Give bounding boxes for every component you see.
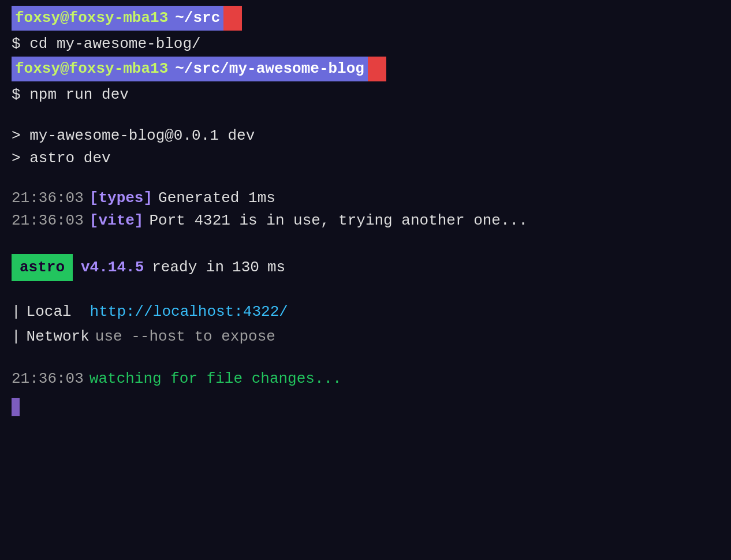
local-server-line: | Local http://localhost:4322/ xyxy=(12,301,719,323)
prompt-line-1: foxsy@foxsy-mba13 ~/src xyxy=(12,6,719,31)
watching-msg: watching for file changes... xyxy=(89,368,342,390)
log-msg-2: Port 4321 is in use, trying another one.… xyxy=(149,210,527,232)
cmd-line-1: $ cd my-awesome-blog/ xyxy=(12,33,719,55)
astro-unit: ms xyxy=(267,256,285,279)
astro-time: 130 xyxy=(232,256,259,279)
network-note: use --host to expose xyxy=(95,326,275,348)
local-url: http://localhost:4322/ xyxy=(90,301,288,323)
log-timestamp-2: 21:36:03 xyxy=(12,210,84,232)
prompt-path-1: ~/src xyxy=(171,6,223,31)
npm-output-2: > astro dev xyxy=(12,147,719,170)
log-msg-1: Generated 1ms xyxy=(158,187,275,210)
cursor-line xyxy=(12,395,719,417)
network-server-line: | Network use --host to expose xyxy=(12,326,719,348)
log-line-types: 21:36:03 [types] Generated 1ms xyxy=(12,187,719,210)
network-label: Network xyxy=(27,326,89,348)
prompt-line-2: foxsy@foxsy-mba13 ~/src/my-awesome-blog xyxy=(12,57,719,81)
cursor-block xyxy=(12,398,20,416)
watching-line: 21:36:03 watching for file changes... xyxy=(12,368,719,390)
log-tag-vite: [vite] xyxy=(89,210,144,232)
log-line-vite: 21:36:03 [vite] Port 4321 is in use, try… xyxy=(12,210,719,232)
astro-ready-text: ready in xyxy=(152,256,224,279)
prompt-user-2: foxsy@foxsy-mba13 xyxy=(12,57,171,81)
pipe-local: | xyxy=(12,301,21,323)
log-tag-types: [types] xyxy=(89,187,152,210)
prompt-user-1: foxsy@foxsy-mba13 xyxy=(12,6,171,31)
prompt-path-2: ~/src/my-awesome-blog xyxy=(171,57,368,81)
npm-output-1: > my-awesome-blog@0.0.1 dev xyxy=(12,125,719,147)
astro-badge: astro xyxy=(12,254,73,281)
prompt-caret-1 xyxy=(223,6,242,31)
server-info: | Local http://localhost:4322/ | Network… xyxy=(12,301,719,348)
local-label: Local xyxy=(27,301,84,323)
log-timestamp-1: 21:36:03 xyxy=(12,187,84,210)
astro-badge-line: astro v4.14.5 ready in 130 ms xyxy=(12,254,719,281)
watching-timestamp: 21:36:03 xyxy=(12,368,84,390)
astro-version: v4.14.5 xyxy=(81,256,144,279)
cmd-line-2: $ npm run dev xyxy=(12,84,719,106)
prompt-caret-2 xyxy=(368,57,386,81)
pipe-network: | xyxy=(12,326,21,348)
